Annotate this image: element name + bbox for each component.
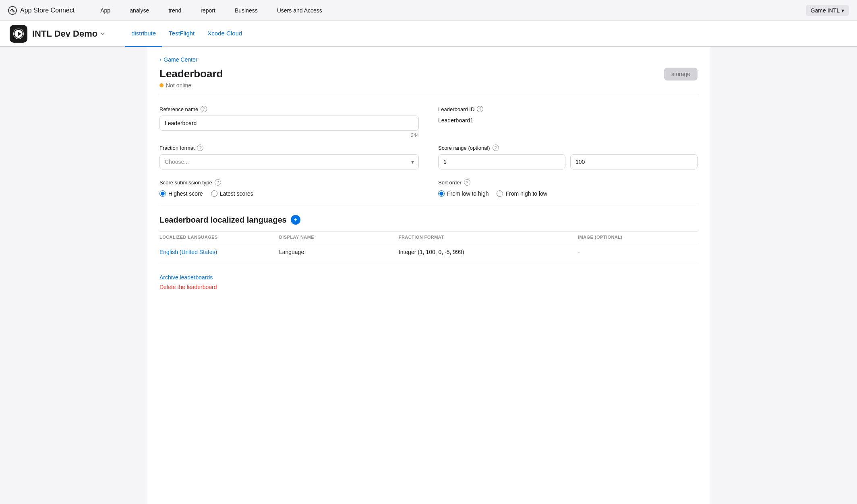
score-submission-group: Score submission type ? Highest score La… [159,179,419,198]
nav-app[interactable]: App [91,0,120,21]
page-title: Leaderboard [159,68,223,80]
sort-order-radio-group: From low to high From high to low [438,189,698,198]
score-range-row [438,154,698,169]
col-image-optional: IMAGE (OPTIONAL) [578,235,698,240]
divider-2 [159,205,698,205]
status-dot-icon [159,83,164,87]
score-range-help-icon[interactable]: ? [493,145,499,151]
logo[interactable]: App Store Connect [8,6,75,15]
score-submission-label: Score submission type ? [159,179,419,186]
logo-icon [8,6,17,15]
row-display-name: Language [279,249,399,255]
tab-xcode-cloud[interactable]: Xcode Cloud [201,21,248,47]
top-nav-right: Game INTL ▾ [806,5,849,16]
chevron-down-icon [100,31,106,37]
col-display-name: DISPLAY NAME [279,235,399,240]
score-range-group: Score range (optional) ? [438,145,698,169]
localized-section-title: Leaderboard localized languages [159,215,287,225]
table-row: English (United States) Language Integer… [159,243,698,261]
chevron-down-icon: ▾ [841,7,844,14]
nav-report[interactable]: report [191,0,225,21]
score-submission-latest[interactable]: Latest scores [211,190,253,197]
col-fraction-format: FRACTION FORMAT [399,235,578,240]
nav-users-and-access[interactable]: Users and Access [267,0,332,21]
fraction-format-group: Fraction format ? Choose... ▾ [159,145,419,169]
app-identity: INTL Dev Demo [10,25,106,43]
char-count: 244 [159,132,419,138]
tab-testflight[interactable]: TestFlight [162,21,201,47]
score-range-max-input[interactable] [570,154,698,169]
tab-distribute[interactable]: distribute [125,21,162,47]
row-fraction-format: Integer (1, 100, 0, -5, 999) [399,249,578,255]
leaderboard-id-label: Leaderboard ID ? [438,106,698,112]
divider-1 [159,96,698,96]
add-language-button[interactable]: + [291,215,300,225]
reference-name-label: Reference name ? [159,106,419,112]
score-range-min-input[interactable] [438,154,565,169]
app-name[interactable]: INTL Dev Demo [32,29,106,39]
form-grid-middle: Fraction format ? Choose... ▾ Score rang… [159,145,698,169]
score-submission-help-icon[interactable]: ? [215,179,221,186]
sort-order-help-icon[interactable]: ? [464,179,470,186]
table-header: LOCALIZED LANGUAGES DISPLAY NAME FRACTIO… [159,231,698,243]
nav-trend[interactable]: trend [159,0,191,21]
score-submission-highest-radio[interactable] [159,190,166,197]
row-image: - [578,249,698,255]
sort-order-group: Sort order ? From low to high From high … [438,179,698,198]
score-submission-highest[interactable]: Highest score [159,190,203,197]
app-icon [10,25,27,43]
sort-order-label: Sort order ? [438,179,698,186]
top-nav-links: App analyse trend report Business Users … [91,0,805,21]
game-intl-button[interactable]: Game INTL ▾ [806,5,849,16]
sort-order-low-high-radio[interactable] [438,190,445,197]
score-submission-latest-radio[interactable] [211,190,217,197]
sub-nav-tabs: distribute TestFlight Xcode Cloud [125,21,248,47]
breadcrumb-chevron-icon: ‹ [159,57,161,63]
breadcrumb[interactable]: ‹ Game Center [159,56,698,63]
form-grid-bottom: Score submission type ? Highest score La… [159,179,698,198]
top-nav: App Store Connect App analyse trend repo… [0,0,857,21]
fraction-format-select-wrapper: Choose... ▾ [159,154,419,169]
form-grid-top: Reference name ? 244 Leaderboard ID ? Le… [159,106,698,138]
reference-name-help-icon[interactable]: ? [201,106,207,112]
bottom-links: Archive leaderboards Delete the leaderbo… [159,274,698,290]
col-localized-languages: LOCALIZED LANGUAGES [159,235,279,240]
localized-section-header: Leaderboard localized languages + [159,215,698,225]
unreal-logo-icon [13,28,24,39]
main-content: ‹ Game Center Leaderboard storage Not on… [147,47,710,504]
sort-order-high-low-radio[interactable] [497,190,503,197]
sort-order-high-to-low[interactable]: From high to low [497,190,547,197]
score-range-label: Score range (optional) ? [438,145,698,151]
sort-order-low-to-high[interactable]: From low to high [438,190,489,197]
nav-analyse[interactable]: analyse [120,0,159,21]
sub-nav: INTL Dev Demo distribute TestFlight Xcod… [0,21,857,47]
nav-business[interactable]: Business [225,0,267,21]
leaderboard-id-help-icon[interactable]: ? [477,106,483,112]
row-language[interactable]: English (United States) [159,249,279,255]
reference-name-input[interactable] [159,116,419,131]
reference-name-group: Reference name ? 244 [159,106,419,138]
storage-button[interactable]: storage [664,68,698,81]
delete-leaderboard-link[interactable]: Delete the leaderboard [159,284,698,290]
page-header: Leaderboard storage [159,68,698,81]
fraction-format-label: Fraction format ? [159,145,419,151]
fraction-format-help-icon[interactable]: ? [197,145,203,151]
leaderboard-id-group: Leaderboard ID ? Leaderboard1 [438,106,698,138]
fraction-format-select[interactable]: Choose... [159,154,419,169]
status-badge: Not online [159,82,698,89]
archive-leaderboards-link[interactable]: Archive leaderboards [159,274,698,281]
leaderboard-id-value: Leaderboard1 [438,116,698,125]
score-submission-radio-group: Highest score Latest scores [159,189,419,198]
